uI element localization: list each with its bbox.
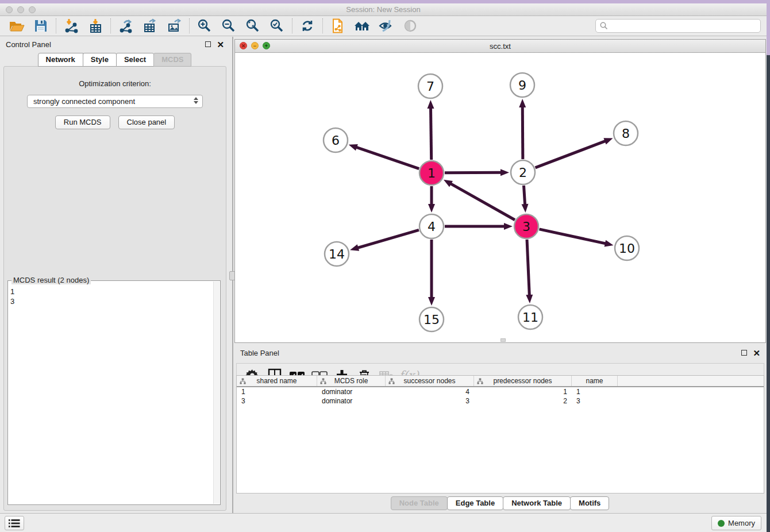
- float-table-panel-icon[interactable]: [741, 350, 747, 356]
- show-all-icon[interactable]: [398, 17, 422, 34]
- cell-successor-nodes: 4: [386, 388, 474, 396]
- search-field[interactable]: [595, 19, 761, 33]
- graph-edge-4-14[interactable]: [357, 230, 419, 248]
- toolbar-separator: [56, 18, 56, 33]
- column-header-shared-name[interactable]: shared name: [237, 376, 317, 386]
- graph-node-label-4: 4: [428, 219, 436, 234]
- network-canvas[interactable]: 7968124314101511: [235, 53, 765, 342]
- mcds-result-title: MCDS result (2 nodes): [11, 276, 91, 284]
- column-header-predecessor-nodes[interactable]: predecessor nodes: [474, 376, 572, 386]
- tab-network-table[interactable]: Network Table: [503, 496, 571, 510]
- cell-shared-name: 1: [237, 388, 317, 396]
- cell-predecessor-nodes: 1: [474, 388, 572, 396]
- optimization-criterion-label: Optimization criterion:: [4, 79, 226, 88]
- tab-mcds[interactable]: MCDS: [153, 53, 191, 67]
- import-table-icon[interactable]: [83, 17, 107, 34]
- refresh-layout-icon[interactable]: [295, 17, 319, 34]
- table-row[interactable]: 1 dominator 4 1 1: [237, 387, 764, 396]
- criterion-select[interactable]: strongly connected component: [27, 95, 203, 108]
- zoom-out-icon[interactable]: [217, 17, 241, 34]
- cell-name: 3: [572, 397, 618, 405]
- graph-edge-3-11[interactable]: [527, 240, 529, 296]
- task-history-button[interactable]: [5, 516, 24, 530]
- graph-node-label-10: 10: [619, 241, 635, 256]
- column-header-successor-nodes[interactable]: successor nodes: [386, 376, 474, 386]
- table-header-row: shared name MCDS role successor nodes: [237, 376, 764, 387]
- tab-select[interactable]: Select: [116, 53, 154, 67]
- float-panel-icon[interactable]: [205, 41, 211, 47]
- network-window-controls: [240, 42, 270, 49]
- graph-edge-1-2[interactable]: [445, 172, 502, 173]
- graph-edge-arrow-3-1: [444, 180, 453, 187]
- close-panel-icon[interactable]: ✕: [217, 40, 224, 49]
- memory-label: Memory: [728, 519, 755, 527]
- graph-edge-arrow-3-10: [605, 240, 614, 247]
- canvas-resize-grip[interactable]: [500, 338, 506, 342]
- search-icon: [599, 21, 609, 30]
- tab-node-table[interactable]: Node Table: [391, 496, 448, 510]
- search-input[interactable]: [609, 20, 760, 32]
- close-window-button[interactable]: [6, 6, 13, 13]
- close-table-panel-icon[interactable]: ✕: [753, 349, 760, 357]
- export-network-icon[interactable]: [114, 17, 138, 34]
- mcds-result-text[interactable]: 1 3: [10, 287, 213, 503]
- graph-edge-1-6[interactable]: [356, 147, 419, 169]
- column-header-mcds-role[interactable]: MCDS role: [317, 376, 386, 386]
- zoom-fit-icon[interactable]: [241, 17, 265, 34]
- graph-edge-3-1[interactable]: [450, 183, 515, 220]
- window-controls: [6, 6, 36, 13]
- graph-node-label-9: 9: [518, 78, 526, 92]
- network-window-titlebar[interactable]: scc.txt: [235, 40, 765, 53]
- hide-selected-icon[interactable]: [374, 17, 398, 34]
- tab-style[interactable]: Style: [83, 53, 117, 67]
- main-area: Control Panel ✕ Network Style Select MCD…: [0, 37, 767, 513]
- zoom-selected-icon[interactable]: [265, 17, 289, 34]
- graph-edge-arrow-1-6: [349, 144, 358, 151]
- session-title: Session: New Session: [0, 5, 767, 14]
- graph-edge-2-3[interactable]: [523, 186, 525, 205]
- graph-edge-arrow-1-2: [500, 169, 509, 176]
- zoom-in-icon[interactable]: [192, 17, 217, 34]
- minimize-network-button[interactable]: [251, 42, 259, 49]
- export-table-icon[interactable]: [138, 17, 162, 34]
- result-scrollbar[interactable]: [213, 282, 220, 504]
- attribute-icon: [240, 378, 246, 384]
- zoom-window-button[interactable]: [29, 6, 36, 13]
- memory-button[interactable]: Memory: [711, 516, 761, 530]
- graph-edge-arrow-4-14: [350, 244, 359, 251]
- graph-edge-arrow-2-9: [519, 99, 526, 107]
- graph-edge-1-7[interactable]: [430, 107, 431, 160]
- graph-edge-2-9[interactable]: [522, 106, 523, 159]
- graph-edge-3-10[interactable]: [539, 229, 606, 244]
- tab-edge-table[interactable]: Edge Table: [447, 496, 503, 510]
- graph-edge-2-8[interactable]: [536, 141, 606, 168]
- first-neighbors-icon[interactable]: [350, 17, 374, 34]
- graph-edge-arrow-3-11: [526, 295, 533, 303]
- new-network-from-selection-icon[interactable]: [326, 17, 350, 34]
- control-panel-tabs: Network Style Select MCDS: [0, 53, 230, 67]
- graph-node-label-2: 2: [519, 165, 527, 180]
- close-network-button[interactable]: [240, 42, 247, 49]
- tab-motifs[interactable]: Motifs: [570, 496, 609, 510]
- save-session-icon[interactable]: [29, 17, 53, 34]
- export-image-icon[interactable]: [162, 17, 186, 34]
- titlebar: Session: New Session: [0, 3, 767, 16]
- import-network-icon[interactable]: [59, 17, 83, 34]
- mcds-result-box: MCDS result (2 nodes) 1 3: [7, 280, 221, 505]
- close-panel-button[interactable]: Close panel: [118, 115, 175, 129]
- toolbar-separator: [110, 18, 111, 33]
- table-panel-title: Table Panel: [240, 349, 279, 357]
- column-header-name[interactable]: name: [572, 376, 618, 386]
- graph-node-label-11: 11: [522, 310, 538, 325]
- run-mcds-button[interactable]: Run MCDS: [55, 115, 110, 129]
- open-session-icon[interactable]: [5, 17, 29, 34]
- mcds-panel-body: Optimization criterion: strongly connect…: [3, 66, 226, 511]
- cell-predecessor-nodes: 2: [474, 397, 572, 405]
- minimize-window-button[interactable]: [17, 6, 24, 13]
- network-window: scc.txt 7968124314101511: [234, 39, 766, 343]
- control-panel-title: Control Panel: [6, 40, 51, 49]
- table-row[interactable]: 3 dominator 3 2 3: [237, 396, 764, 406]
- screen: Session: New Session: [0, 0, 770, 532]
- maximize-network-button[interactable]: [263, 42, 270, 49]
- tab-network[interactable]: Network: [38, 53, 83, 67]
